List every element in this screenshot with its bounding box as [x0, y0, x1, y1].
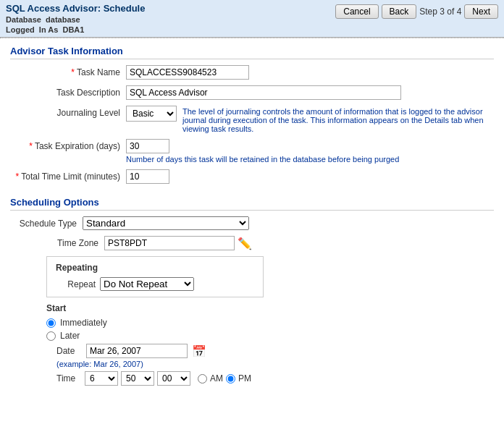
schedule-type-select[interactable]: Standard Custom	[83, 216, 249, 230]
expiration-label: * Task Expiration (days)	[10, 139, 126, 151]
start-immediately-radio[interactable]	[46, 318, 56, 328]
timezone-label: Time Zone	[46, 238, 104, 248]
expiration-row: * Task Expiration (days) Number of days …	[10, 139, 494, 164]
journaling-hint: The level of journaling controls the amo…	[182, 107, 494, 133]
repeating-title: Repeating	[56, 263, 254, 273]
task-name-label: * Task Name	[10, 65, 126, 77]
logged-label: Logged	[6, 25, 35, 34]
date-row: Date 📅	[56, 344, 336, 358]
task-desc-row: Task Description	[10, 85, 494, 100]
task-desc-label: Task Description	[10, 85, 126, 98]
journaling-label: Journaling Level	[10, 106, 126, 118]
task-name-input[interactable]	[126, 65, 249, 80]
start-box: Start Immediately Later Date 📅 (example:…	[46, 303, 336, 386]
db-label: Database	[6, 15, 41, 24]
time-limit-label: * Total Time Limit (minutes)	[10, 169, 126, 182]
header-meta-user: Logged In As DBA1	[6, 25, 145, 34]
header-meta: Database database	[6, 15, 145, 24]
date-label: Date	[56, 346, 82, 356]
schedule-type-value: Standard Custom	[83, 216, 249, 230]
pm-radio[interactable]	[226, 374, 235, 384]
start-immediately-label: Immediately	[60, 318, 107, 328]
pm-label: PM	[238, 373, 251, 384]
start-later-option: Later	[46, 331, 336, 341]
expiration-input[interactable]	[126, 139, 169, 153]
journaling-value: Basic Typical All The level of journalin…	[126, 106, 494, 133]
expiration-value: Number of days this task will be retaine…	[126, 139, 494, 164]
time-row: Time 12345 6789 101112 0005101520 253035…	[56, 371, 336, 386]
date-input[interactable]	[86, 344, 188, 358]
repeating-box: Repeating Repeat Do Not Repeat Daily Wee…	[46, 256, 264, 297]
task-name-value	[126, 65, 494, 80]
header-right: Cancel Back Step 3 of 4 Next	[335, 3, 498, 19]
advisor-section-title: Advisor Task Information	[10, 46, 494, 59]
schedule-type-row: Schedule Type Standard Custom	[10, 216, 494, 230]
time-hour-select[interactable]: 12345 6789 101112	[85, 371, 118, 386]
repeat-row: Repeat Do Not Repeat Daily Weekly Monthl…	[56, 277, 254, 291]
repeat-label: Repeat	[56, 279, 96, 289]
page-header: SQL Access Advisor: Schedule Database da…	[0, 0, 504, 38]
time-minute-select[interactable]: 0005101520 2530354045 5055	[121, 371, 154, 386]
scheduling-title: Scheduling Options	[10, 197, 494, 211]
time-label: Time	[56, 373, 82, 384]
in-as-label: In As	[39, 25, 59, 34]
task-desc-input[interactable]	[126, 85, 401, 100]
user-value: DBA1	[62, 25, 84, 34]
start-later-label: Later	[60, 331, 80, 341]
time-limit-row: * Total Time Limit (minutes)	[10, 169, 494, 184]
date-example: (example: Mar 26, 2007)	[56, 360, 336, 368]
scheduling-section: Scheduling Options Schedule Type Standar…	[0, 197, 504, 399]
am-radio[interactable]	[198, 374, 207, 384]
journaling-select[interactable]: Basic Typical All	[126, 106, 177, 122]
time-limit-value	[126, 169, 494, 184]
next-button[interactable]: Next	[464, 4, 498, 19]
page-title: SQL Access Advisor: Schedule	[6, 3, 145, 14]
ampm-group: AM PM	[198, 373, 251, 384]
task-desc-value	[126, 85, 494, 100]
time-second-select[interactable]: 00153045	[157, 371, 190, 386]
start-later-radio[interactable]	[46, 331, 56, 341]
header-left: SQL Access Advisor: Schedule Database da…	[6, 3, 145, 34]
step-info: Step 3 of 4	[419, 7, 461, 17]
time-limit-input[interactable]	[126, 169, 169, 184]
repeat-select[interactable]: Do Not Repeat Daily Weekly Monthly	[100, 277, 194, 291]
schedule-type-label: Schedule Type	[10, 219, 83, 229]
timezone-input[interactable]	[104, 236, 235, 250]
am-label: AM	[210, 373, 223, 384]
advisor-task-section: Advisor Task Information * Task Name Tas…	[0, 38, 504, 197]
journaling-row: Journaling Level Basic Typical All The l…	[10, 106, 494, 133]
start-immediately-option: Immediately	[46, 318, 336, 328]
expiration-hint: Number of days this task will be retaine…	[126, 155, 488, 164]
cancel-button[interactable]: Cancel	[335, 4, 378, 19]
db-value: database	[46, 15, 80, 24]
task-name-row: * Task Name	[10, 65, 494, 80]
timezone-edit-icon[interactable]: ✏️	[238, 237, 252, 250]
back-button[interactable]: Back	[382, 4, 417, 19]
start-title: Start	[46, 303, 336, 313]
timezone-row: Time Zone ✏️	[46, 236, 494, 250]
calendar-icon[interactable]: 📅	[192, 344, 206, 358]
